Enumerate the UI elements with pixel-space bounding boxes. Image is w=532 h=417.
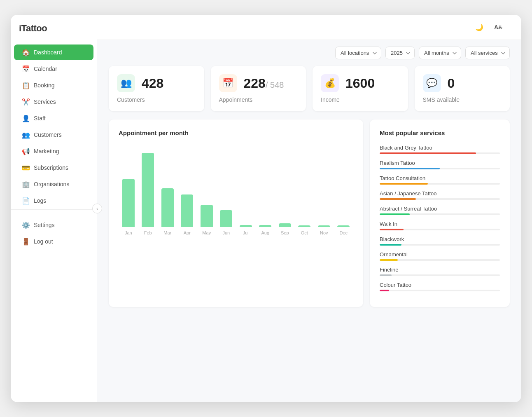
sidebar-item-logs[interactable]: 📄Logs [14, 193, 93, 208]
appointments-label: Appoinments [219, 96, 298, 103]
service-bar-fill [380, 290, 389, 291]
service-name: Realism Tattoo [380, 160, 500, 166]
sidebar-item-label: Organisations [34, 181, 69, 187]
booking-icon: 📋 [22, 82, 30, 89]
sidebar-item-booking[interactable]: 📋Booking [14, 77, 93, 93]
service-item: Asian / Japanese Tattoo [380, 190, 500, 200]
service-bar-track [380, 168, 500, 169]
bar-label-Jun: Jun [222, 230, 230, 235]
service-item: Realism Tattoo [380, 160, 500, 169]
service-bar-track [380, 259, 500, 261]
sidebar-item-logout[interactable]: 🚪Log out [14, 234, 93, 249]
sidebar-item-marketing[interactable]: 📢Marketing [14, 143, 93, 159]
bar-Apr [181, 194, 193, 227]
service-bar-fill [380, 183, 428, 185]
bar-label-Jul: Jul [243, 230, 249, 235]
bar-Jun [220, 210, 232, 227]
sidebar-item-services[interactable]: ✂️Services [14, 94, 93, 110]
sidebar-item-label: Booking [34, 82, 55, 89]
bar-group: Dec [334, 225, 354, 235]
service-name: Tattoo Consultation [380, 175, 500, 181]
marketing-icon: 📢 [22, 148, 30, 155]
service-name: Asian / Japanese Tattoo [380, 190, 500, 197]
service-item: Walk In [380, 221, 500, 230]
sms-value: 0 [448, 76, 455, 91]
chart-title: Appointment per month [119, 129, 353, 136]
stat-card-income: 💰 1600 Income [313, 66, 408, 111]
service-bar-fill [380, 152, 476, 154]
sms-label: SMS available [423, 96, 502, 103]
bar-group: Jul [236, 225, 256, 235]
bar-label-Sep: Sep [281, 230, 289, 235]
popular-services-title: Most popular services [380, 129, 500, 136]
bar-Oct [298, 225, 310, 227]
logs-icon: 📄 [22, 197, 30, 204]
sidebar-item-label: Settings [34, 222, 55, 228]
bar-May [201, 205, 213, 227]
year-filter[interactable]: 2025 [385, 47, 415, 59]
bar-Jan [122, 179, 135, 227]
months-filter[interactable]: All months [419, 47, 461, 59]
staff-icon: 👤 [22, 115, 30, 122]
sidebar-item-dashboard[interactable]: 🏠Dashboard [14, 45, 93, 60]
dark-mode-icon[interactable]: 🌙 [473, 21, 486, 34]
charts-area: Appointment per month Jan Feb Mar Apr Ma… [97, 119, 521, 315]
service-bar-track [380, 229, 500, 230]
income-value: 1600 [345, 76, 375, 91]
logout-icon: 🚪 [22, 238, 30, 245]
sidebar-item-settings[interactable]: ⚙️Settings [14, 217, 93, 233]
filter-bar: All locations 2025 All months All servic… [97, 40, 521, 66]
service-name: Black and Grey Tattoo [380, 145, 500, 151]
sidebar-item-customers[interactable]: 👥Customers [14, 127, 93, 143]
bar-Jul [240, 225, 252, 227]
sidebar-collapse-button[interactable]: ‹ [92, 204, 102, 213]
service-name: Ornamental [380, 251, 500, 258]
bar-Dec [337, 225, 350, 227]
service-item: Fineline [380, 267, 500, 276]
bar-group: Oct [295, 225, 315, 235]
service-bar-track [380, 213, 500, 215]
bar-label-May: May [202, 230, 211, 235]
sidebar-item-label: Customers [34, 131, 62, 138]
stat-card-customers: 👥 428 Customers [109, 66, 204, 111]
bar-label-Apr: Apr [184, 230, 191, 235]
appointments-stat-icon: 📅 [219, 74, 237, 92]
sidebar-item-staff[interactable]: 👤Staff [14, 110, 93, 126]
service-name: Walk In [380, 221, 500, 227]
bar-group: Sep [275, 223, 295, 235]
bar-label-Jan: Jan [125, 230, 132, 235]
service-bar-fill [380, 168, 440, 169]
bar-Feb [142, 153, 154, 227]
appointments-chart: Appointment per month Jan Feb Mar Apr Ma… [109, 119, 363, 307]
bar-Sep [279, 223, 291, 227]
service-bar-track [380, 290, 500, 291]
stats-grid: 👥 428 Customers 📅 228/ 548 Appoinments 💰… [97, 66, 521, 119]
bar-group: Jun [217, 210, 236, 235]
subscriptions-icon: 💳 [22, 164, 30, 171]
service-bar-fill [380, 198, 416, 200]
service-item: Blackwork [380, 236, 500, 246]
bar-group: Nov [314, 225, 334, 235]
service-bar-fill [380, 259, 398, 261]
bar-group: Apr [177, 194, 197, 235]
sidebar-item-label: Marketing [34, 148, 59, 155]
service-item: Black and Grey Tattoo [380, 145, 500, 154]
sidebar-item-calendar[interactable]: 📅Calendar [14, 61, 93, 77]
sidebar-item-organisations[interactable]: 🏢Organisations [14, 176, 93, 192]
service-bar-fill [380, 274, 392, 276]
services-filter[interactable]: All services [465, 47, 510, 59]
sidebar-bottom: ⚙️Settings🚪Log out [11, 209, 97, 257]
translate-icon[interactable]: Aあ [492, 21, 505, 34]
service-name: Blackwork [380, 236, 500, 242]
bar-group: Feb [138, 153, 158, 235]
appointments-value: 228/ 548 [244, 76, 284, 91]
calendar-icon: 📅 [22, 65, 30, 73]
sidebar-item-label: Staff [34, 115, 46, 122]
sidebar-item-label: Calendar [34, 66, 57, 72]
sidebar-item-subscriptions[interactable]: 💳Subscriptions [14, 160, 93, 176]
appointments-sub: / 548 [266, 80, 284, 89]
popular-services-card: Most popular services Black and Grey Tat… [370, 119, 510, 307]
service-bar-track [380, 183, 500, 185]
app-logo: iTattoo [11, 23, 97, 44]
location-filter[interactable]: All locations [335, 47, 381, 59]
